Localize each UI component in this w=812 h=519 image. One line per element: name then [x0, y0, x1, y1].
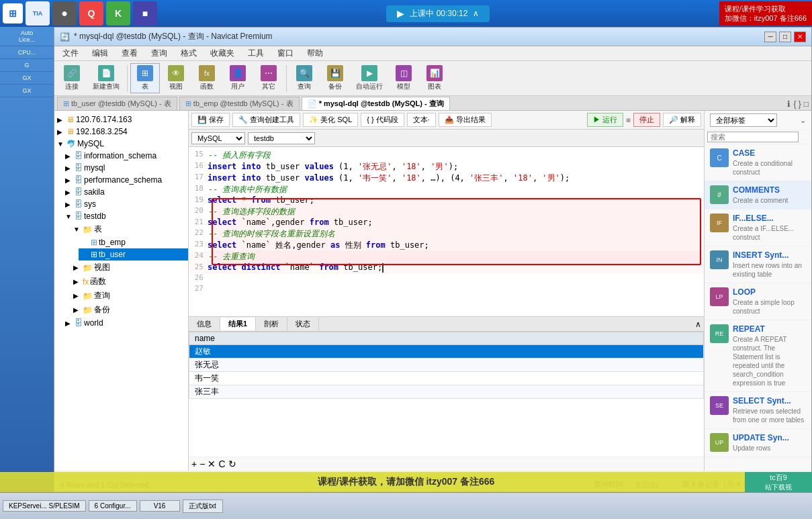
- fullscreen-icon[interactable]: □: [804, 99, 809, 109]
- refresh-btn[interactable]: ↻: [228, 459, 236, 469]
- left-edge-gx1[interactable]: GX: [0, 72, 54, 85]
- menu-view[interactable]: 查看: [116, 46, 143, 60]
- maximize-button[interactable]: □: [779, 32, 791, 42]
- toolbar-connect[interactable]: 🔗 连接: [57, 63, 87, 93]
- menu-format[interactable]: 格式: [175, 46, 202, 60]
- bottom-task-1[interactable]: KEPServei... S/PLESIM: [3, 500, 86, 512]
- left-edge-gx2[interactable]: GX: [0, 85, 54, 97]
- menu-window[interactable]: 窗口: [272, 46, 299, 60]
- tag-dropdown[interactable]: 全部标签: [710, 113, 777, 127]
- task-icon-5[interactable]: ■: [133, 1, 157, 26]
- run-button[interactable]: ▶ 运行: [587, 113, 623, 127]
- code-editor[interactable]: 15 -- 插入所有字段 16 insert into tb_user valu…: [189, 147, 704, 316]
- toolbar-autorun[interactable]: ▶ 自动运行: [351, 63, 388, 93]
- toolbar-query[interactable]: 🔍 查询: [289, 63, 319, 93]
- results-tab-info[interactable]: 信息: [189, 318, 220, 330]
- menu-file[interactable]: 文件: [57, 46, 84, 60]
- sidebar-performance-schema[interactable]: ▶ 🗄 performance_schema: [62, 174, 188, 186]
- sidebar-mysql-db[interactable]: ▶ 🗄 mysql: [62, 162, 188, 174]
- query-builder-button[interactable]: 🔧 查询创建工具: [232, 113, 300, 127]
- info-icon[interactable]: ℹ: [787, 99, 791, 109]
- bottom-task-3[interactable]: V16: [140, 500, 180, 512]
- sidebar-views[interactable]: ▶ 📁 视图: [71, 261, 188, 275]
- left-edge-auto[interactable]: AutoLice...: [0, 27, 54, 46]
- menu-tools[interactable]: 工具: [242, 46, 269, 60]
- code-icon[interactable]: { }: [793, 99, 801, 109]
- toolbar-chart[interactable]: 📊 图表: [420, 63, 449, 93]
- sidebar-tables-folder[interactable]: ▼ 📁 表: [71, 222, 188, 236]
- snippet-select[interactable]: SE SELECT Synt... Retrieve rows selected…: [705, 392, 811, 429]
- engine-select[interactable]: MySQL: [191, 132, 245, 144]
- explain-button[interactable]: 🔎 解释: [663, 113, 701, 127]
- toolbar-other[interactable]: ⋯ 其它: [254, 63, 283, 93]
- task-icon-4[interactable]: K: [106, 1, 130, 26]
- snippet-case[interactable]: C CASE Create a conditional construct: [705, 144, 811, 181]
- start-icon[interactable]: ⊞: [3, 3, 23, 23]
- menu-help[interactable]: 帮助: [302, 46, 328, 60]
- sidebar-mysql[interactable]: ▼ 🐬 MySQL: [54, 138, 188, 150]
- copy-btn[interactable]: C: [218, 459, 225, 469]
- remove-row-btn[interactable]: −: [199, 459, 205, 469]
- menu-edit[interactable]: 编辑: [87, 46, 114, 60]
- left-edge-cpu[interactable]: CPU...: [0, 46, 54, 59]
- results-scroll-up[interactable]: ∧: [692, 318, 704, 330]
- menu-favorites[interactable]: 收藏夹: [205, 46, 240, 60]
- left-edge-g[interactable]: G: [0, 59, 54, 72]
- snippet-update[interactable]: UP UPDATE Syn... Update rows: [705, 429, 811, 457]
- sidebar-connection-1[interactable]: ▶ 🖥 120.76.174.163: [54, 113, 188, 126]
- bottom-task-2[interactable]: 6 Configur...: [89, 500, 137, 512]
- toolbar-new-query[interactable]: 📄 新建查询: [88, 63, 124, 93]
- results-table[interactable]: name 赵敏 张无忌 韦一笑: [189, 332, 704, 457]
- beautify-button[interactable]: ✨ 美化 SQL: [303, 113, 358, 127]
- toolbar-user[interactable]: 👤 用户: [223, 63, 253, 93]
- sidebar-information-schema[interactable]: ▶ 🗄 information_schema: [62, 150, 188, 162]
- snippet-repeat[interactable]: RE REPEAT Create A REPEAT construct. The…: [705, 320, 811, 392]
- add-row-btn[interactable]: +: [191, 459, 197, 469]
- toolbar-model[interactable]: ◫ 模型: [389, 63, 418, 93]
- snippet-ifelse[interactable]: IF IF...ELSE... Create a IF...ELSE... co…: [705, 209, 811, 246]
- tab-tb-emp-table[interactable]: ⊞ tb_emp @testdb (MySQL) - 表: [179, 97, 300, 110]
- table-row-4[interactable]: 张三丰: [189, 385, 704, 399]
- sidebar-testdb[interactable]: ▼ 🗄 testdb: [62, 210, 188, 222]
- code-wrap-button[interactable]: { } 代码段: [361, 113, 404, 127]
- table-row-2[interactable]: 张无忌: [189, 359, 704, 372]
- repeat-icon: RE: [710, 324, 729, 343]
- sidebar-tb-user[interactable]: ⊞ tb_user: [79, 248, 188, 261]
- table-row-1[interactable]: 赵敏: [189, 345, 704, 359]
- sidebar-sakila[interactable]: ▶ 🗄 sakila: [62, 186, 188, 198]
- table-row-3[interactable]: 韦一笑: [189, 372, 704, 385]
- save-button[interactable]: 💾 保存: [191, 113, 230, 127]
- snippet-search-input[interactable]: [707, 132, 799, 142]
- sidebar-backups[interactable]: ▶ 📁 备份: [71, 303, 188, 317]
- task-icon-2[interactable]: ●: [52, 1, 77, 26]
- results-tab-profile[interactable]: 剖析: [256, 318, 287, 330]
- toolbar-view[interactable]: 👁 视图: [161, 63, 191, 93]
- results-tab-status[interactable]: 状态: [287, 318, 319, 330]
- export-button[interactable]: 📤 导出结果: [439, 113, 492, 127]
- sidebar-functions[interactable]: ▶ fx 函数: [71, 275, 188, 289]
- toolbar-table[interactable]: ⊞ 表: [130, 63, 160, 93]
- tia-icon[interactable]: TIA: [26, 1, 50, 26]
- sidebar-world[interactable]: ▶ 🗄 world: [62, 317, 188, 329]
- bottom-task-4[interactable]: 正式版txt: [183, 500, 223, 513]
- close-button[interactable]: ✕: [794, 32, 806, 42]
- snippet-insert[interactable]: IN INSERT Synt... Insert new rows into a…: [705, 246, 811, 283]
- sidebar-sys[interactable]: ▶ 🗄 sys: [62, 198, 188, 210]
- cut-btn[interactable]: ✕: [208, 459, 216, 469]
- toolbar-backup[interactable]: 💾 备份: [320, 63, 350, 93]
- stop-button[interactable]: 停止: [633, 113, 660, 127]
- text-button[interactable]: 文本·: [407, 113, 436, 127]
- tab-tb-user-table[interactable]: ⊞ tb_user @testdb (MySQL) - 表: [57, 97, 177, 110]
- database-select[interactable]: testdb: [248, 132, 315, 144]
- sidebar-tb-emp[interactable]: ⊞ tb_emp: [79, 236, 188, 248]
- toolbar-func[interactable]: fx 函数: [192, 63, 222, 93]
- menu-query[interactable]: 查询: [146, 46, 173, 60]
- minimize-button[interactable]: ─: [764, 32, 776, 42]
- tab-query[interactable]: 📄 * mysql-dql @testdb (MySQL) - 查询: [302, 97, 450, 110]
- sidebar-connection-2[interactable]: ▶ 🖥 192.168.3.254: [54, 126, 188, 138]
- sidebar-queries[interactable]: ▶ 📁 查询: [71, 289, 188, 303]
- snippet-comments[interactable]: # COMMENTS Create a comment: [705, 181, 811, 209]
- results-tab-result1[interactable]: 结果1: [220, 318, 256, 330]
- task-icon-3[interactable]: Q: [79, 1, 103, 26]
- snippet-loop[interactable]: LP LOOP Create a simple loop construct: [705, 283, 811, 320]
